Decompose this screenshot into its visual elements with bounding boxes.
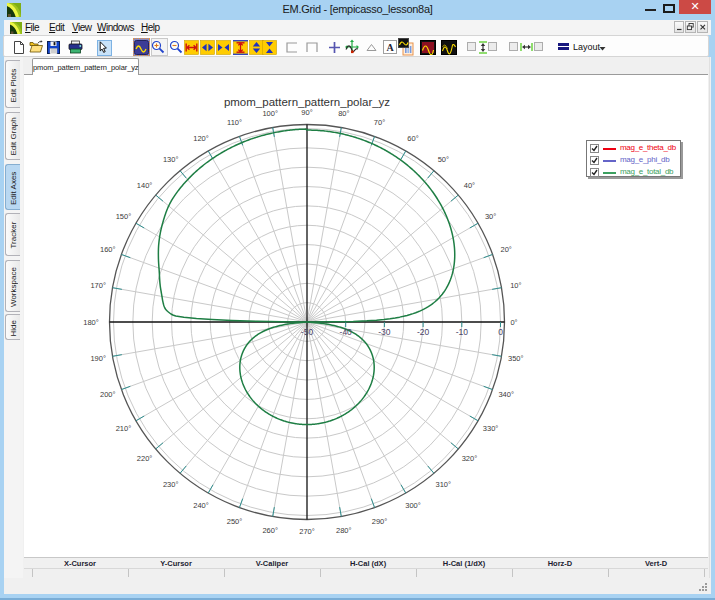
svg-text:310°: 310° bbox=[436, 480, 452, 489]
svg-text:0: 0 bbox=[498, 327, 503, 337]
svg-text:150°: 150° bbox=[116, 212, 132, 221]
svg-text:330°: 330° bbox=[483, 424, 499, 433]
svg-text:90°: 90° bbox=[301, 108, 312, 117]
svg-text:180°: 180° bbox=[83, 318, 99, 327]
svg-text:350°: 350° bbox=[508, 354, 524, 363]
svg-text:140°: 140° bbox=[137, 181, 153, 190]
svg-text:250°: 250° bbox=[227, 517, 243, 526]
svg-text:300°: 300° bbox=[405, 501, 421, 510]
svg-text:110°: 110° bbox=[227, 118, 242, 127]
svg-text:pmom_pattern_pattern_polar_yz: pmom_pattern_pattern_polar_yz bbox=[224, 96, 390, 108]
svg-text:270°: 270° bbox=[299, 527, 315, 536]
svg-text:A: A bbox=[386, 42, 394, 53]
svg-text:230°: 230° bbox=[163, 480, 179, 489]
svg-text:60°: 60° bbox=[407, 134, 418, 143]
svg-text:280°: 280° bbox=[336, 526, 352, 535]
svg-text:0°: 0° bbox=[510, 318, 517, 327]
svg-text:210°: 210° bbox=[116, 424, 132, 433]
svg-text:130°: 130° bbox=[163, 155, 179, 164]
svg-text:220°: 220° bbox=[137, 454, 153, 463]
svg-text:120°: 120° bbox=[193, 134, 209, 143]
svg-text:260°: 260° bbox=[262, 526, 278, 535]
svg-text:40°: 40° bbox=[464, 181, 475, 190]
svg-text:-50: -50 bbox=[301, 327, 314, 337]
svg-text:190°: 190° bbox=[90, 354, 106, 363]
svg-text:160°: 160° bbox=[100, 245, 116, 254]
svg-text:100°: 100° bbox=[262, 109, 278, 118]
svg-text:20°: 20° bbox=[501, 245, 512, 254]
svg-text:80°: 80° bbox=[338, 109, 349, 118]
svg-text:240°: 240° bbox=[193, 501, 209, 510]
svg-text:-40: -40 bbox=[340, 327, 353, 337]
svg-text:-10: -10 bbox=[456, 327, 469, 337]
svg-text:10°: 10° bbox=[510, 281, 521, 290]
svg-text:70°: 70° bbox=[374, 118, 385, 127]
svg-text:170°: 170° bbox=[90, 281, 106, 290]
svg-text:-30: -30 bbox=[378, 327, 391, 337]
svg-text:340°: 340° bbox=[498, 390, 514, 399]
svg-text:290°: 290° bbox=[372, 517, 388, 526]
svg-text:30°: 30° bbox=[485, 212, 496, 221]
svg-text:50°: 50° bbox=[438, 155, 449, 164]
svg-text:320°: 320° bbox=[462, 454, 478, 463]
svg-text:200°: 200° bbox=[100, 390, 116, 399]
svg-text:-20: -20 bbox=[417, 327, 430, 337]
